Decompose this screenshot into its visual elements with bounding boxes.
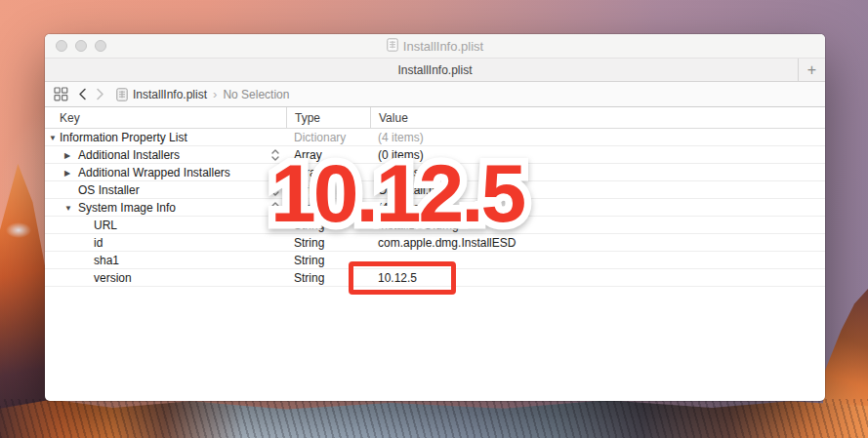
tab-bar: InstallInfo.plist + bbox=[45, 59, 825, 82]
row-key-cell[interactable]: OS Installer bbox=[45, 181, 286, 198]
row-key-cell[interactable]: version bbox=[45, 269, 286, 286]
row-key-label: OS Installer bbox=[78, 183, 140, 197]
disclosure-triangle-icon[interactable]: ▼ bbox=[49, 133, 57, 141]
table-row[interactable]: ▶ Additional Wrapped Installers Array (0… bbox=[45, 164, 825, 181]
row-key-cell[interactable]: ▶ Additional Installers bbox=[45, 146, 286, 163]
wallpaper-snow-patch bbox=[6, 222, 31, 238]
disclosure-triangle-icon[interactable]: ▶ bbox=[64, 168, 70, 177]
row-key-label: Information Property List bbox=[60, 131, 187, 144]
jump-bar: InstallInfo.plist › No Selection bbox=[45, 82, 825, 107]
disclosure-triangle-icon[interactable]: ▶ bbox=[64, 150, 70, 159]
column-header-key[interactable]: Key bbox=[45, 111, 286, 125]
row-key-cell[interactable]: ▼ Information Property List bbox=[45, 129, 286, 145]
related-items-icon[interactable] bbox=[54, 87, 68, 101]
row-type-cell[interactable]: String bbox=[286, 234, 370, 251]
row-value-cell[interactable]: (0 items) bbox=[370, 164, 825, 180]
annotation-highlight-rect bbox=[349, 261, 456, 295]
row-value-cell[interactable]: com.apple.dmg.InstallESD bbox=[370, 234, 825, 251]
row-key-label: Additional Wrapped Installers bbox=[78, 166, 230, 179]
back-button[interactable] bbox=[78, 88, 87, 100]
table-row[interactable]: OS Installer String OSInstall.mpkg bbox=[45, 181, 825, 199]
close-button[interactable] bbox=[56, 40, 67, 52]
row-key-cell[interactable]: sha1 bbox=[45, 252, 286, 268]
row-key-label: sha1 bbox=[94, 254, 119, 267]
type-stepper-icon[interactable] bbox=[270, 182, 280, 197]
forward-button[interactable] bbox=[96, 88, 104, 100]
row-key-cell[interactable]: URL bbox=[45, 217, 286, 233]
add-tab-button[interactable]: + bbox=[798, 59, 825, 81]
table-row[interactable]: ▼ Information Property List Dictionary (… bbox=[45, 129, 825, 146]
table-header: Key Type Value bbox=[45, 107, 825, 129]
table-row[interactable]: URL String InstallESD.dmg bbox=[45, 217, 825, 234]
tab-installinfo[interactable]: InstallInfo.plist bbox=[397, 63, 472, 77]
table-row[interactable]: ▼ System Image Info Dictionary (4 items) bbox=[45, 199, 825, 217]
column-header-type[interactable]: Type bbox=[286, 107, 370, 128]
wallpaper-rock-texture bbox=[0, 399, 868, 438]
row-value-cell[interactable]: (0 items) bbox=[370, 146, 825, 163]
breadcrumb-selection[interactable]: No Selection bbox=[223, 88, 289, 101]
row-key-label: Additional Installers bbox=[78, 148, 180, 162]
type-stepper-icon[interactable] bbox=[270, 165, 280, 179]
row-type-cell[interactable]: String bbox=[286, 217, 370, 233]
row-key-label: System Image Info bbox=[78, 201, 176, 215]
breadcrumb-file[interactable]: InstallInfo.plist bbox=[133, 88, 207, 101]
window-titlebar[interactable]: InstallInfo.plist bbox=[45, 34, 825, 59]
row-key-label: id bbox=[94, 236, 103, 250]
row-type-cell[interactable]: Array bbox=[286, 146, 370, 163]
row-key-label: version bbox=[94, 271, 132, 285]
minimize-button[interactable] bbox=[75, 40, 87, 52]
row-value-cell[interactable]: (4 items) bbox=[370, 199, 825, 216]
column-header-value[interactable]: Value bbox=[370, 107, 825, 128]
xcode-plist-window: InstallInfo.plist InstallInfo.plist + In… bbox=[45, 34, 825, 401]
traffic-lights bbox=[56, 34, 106, 58]
row-value-cell[interactable]: OSInstall.mpkg bbox=[370, 181, 825, 198]
row-value-cell[interactable]: InstallESD.dmg bbox=[370, 217, 825, 233]
type-stepper-icon[interactable] bbox=[270, 147, 280, 162]
breadcrumb-separator-icon: › bbox=[213, 87, 217, 101]
row-key-cell[interactable]: ▶ Additional Wrapped Installers bbox=[45, 164, 286, 180]
table-row[interactable]: id String com.apple.dmg.InstallESD bbox=[45, 234, 825, 252]
plist-document-icon bbox=[387, 38, 398, 55]
row-key-label: URL bbox=[94, 219, 117, 232]
row-type-cell[interactable]: Array bbox=[286, 164, 370, 180]
window-title: InstallInfo.plist bbox=[403, 39, 483, 54]
disclosure-triangle-icon[interactable]: ▼ bbox=[64, 203, 72, 212]
type-stepper-icon[interactable] bbox=[270, 200, 280, 215]
row-key-cell[interactable]: id bbox=[45, 234, 286, 251]
zoom-button[interactable] bbox=[95, 40, 106, 52]
row-type-cell[interactable]: Dictionary bbox=[286, 199, 370, 216]
row-type-cell[interactable]: Dictionary bbox=[286, 129, 370, 145]
row-key-cell[interactable]: ▼ System Image Info bbox=[45, 199, 286, 216]
plist-file-icon bbox=[116, 88, 128, 101]
row-value-cell[interactable]: (4 items) bbox=[370, 129, 825, 145]
row-type-cell[interactable]: String bbox=[286, 181, 370, 198]
table-row[interactable]: ▶ Additional Installers Array (0 items) bbox=[45, 146, 825, 164]
